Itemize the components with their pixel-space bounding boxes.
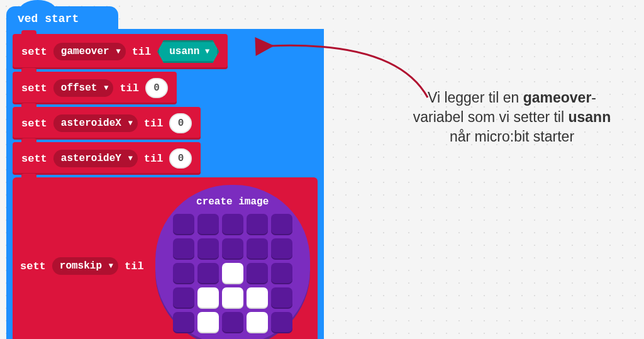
led-cell-3-4[interactable] xyxy=(271,287,292,309)
til-keyword: til xyxy=(132,46,152,58)
led-cell-0-4[interactable] xyxy=(271,214,292,235)
led-cell-4-0[interactable] xyxy=(173,312,194,333)
set-romskip-block[interactable]: sett romskip ▼ til create image xyxy=(13,177,318,339)
led-cell-0-1[interactable] xyxy=(197,214,219,235)
number-input[interactable]: 0 xyxy=(169,113,192,133)
led-cell-2-1[interactable] xyxy=(197,263,219,284)
led-cell-4-1[interactable] xyxy=(197,312,219,333)
led-cell-0-2[interactable] xyxy=(222,214,243,235)
variable-dropdown-gameover[interactable]: gameover ▼ xyxy=(53,43,126,60)
led-cell-3-1[interactable] xyxy=(197,287,219,309)
led-cell-1-3[interactable] xyxy=(247,238,268,260)
chevron-down-icon: ▼ xyxy=(128,119,133,128)
til-keyword: til xyxy=(144,118,164,130)
led-cell-4-2[interactable] xyxy=(222,312,243,333)
led-cell-1-1[interactable] xyxy=(197,238,219,260)
til-keyword: til xyxy=(125,260,144,272)
create-image-block[interactable]: create image xyxy=(155,185,310,339)
led-cell-2-4[interactable] xyxy=(271,263,292,284)
set-gameover-block[interactable]: sett gameover ▼ til usann ▼ xyxy=(13,34,228,69)
variable-dropdown-asteroidey[interactable]: asteroideY ▼ xyxy=(53,150,138,167)
set-keyword: sett xyxy=(21,82,47,94)
set-keyword: sett xyxy=(21,118,47,130)
chevron-down-icon: ▼ xyxy=(205,47,209,56)
led-cell-1-4[interactable] xyxy=(271,238,292,260)
set-asteroidey-block[interactable]: sett asteroideY ▼ til 0 xyxy=(13,142,201,175)
led-cell-4-4[interactable] xyxy=(271,312,292,333)
led-grid[interactable] xyxy=(173,214,292,333)
chevron-down-icon: ▼ xyxy=(128,154,133,163)
set-keyword: sett xyxy=(21,46,47,58)
set-keyword: sett xyxy=(21,153,47,165)
variable-dropdown-romskip[interactable]: romskip ▼ xyxy=(52,257,118,275)
led-cell-1-2[interactable] xyxy=(222,238,243,260)
annotation-text: Vi legger til en gameover-variabel som v… xyxy=(411,88,613,147)
number-input[interactable]: 0 xyxy=(145,78,168,98)
led-cell-2-3[interactable] xyxy=(247,263,268,284)
variable-dropdown-asteroidex[interactable]: asteroideX ▼ xyxy=(53,114,138,132)
block-stack: sett gameover ▼ til usann ▼ sett offset … xyxy=(6,29,324,339)
led-cell-0-3[interactable] xyxy=(247,214,268,235)
create-image-label: create image xyxy=(196,196,269,208)
chevron-down-icon: ▼ xyxy=(116,47,120,56)
led-cell-4-3[interactable] xyxy=(247,312,268,333)
led-cell-3-2[interactable] xyxy=(222,287,243,309)
hat-label: ved start xyxy=(18,13,79,25)
variable-dropdown-offset[interactable]: offset ▼ xyxy=(53,79,114,97)
chevron-down-icon: ▼ xyxy=(109,262,113,270)
hat-block-on-start[interactable]: ved start xyxy=(6,6,118,29)
set-keyword: sett xyxy=(20,260,46,272)
led-cell-2-2[interactable] xyxy=(222,263,243,284)
chevron-down-icon: ▼ xyxy=(104,84,108,92)
set-offset-block[interactable]: sett offset ▼ til 0 xyxy=(13,72,177,104)
boolean-dropdown-usann[interactable]: usann ▼ xyxy=(157,40,219,63)
led-cell-2-0[interactable] xyxy=(173,263,194,284)
led-cell-3-3[interactable] xyxy=(247,287,268,309)
led-cell-0-0[interactable] xyxy=(173,214,194,235)
set-asteroidex-block[interactable]: sett asteroideX ▼ til 0 xyxy=(13,107,201,140)
til-keyword: til xyxy=(144,153,164,165)
led-cell-1-0[interactable] xyxy=(173,238,194,260)
number-input[interactable]: 0 xyxy=(169,148,192,169)
led-cell-3-0[interactable] xyxy=(173,287,194,309)
til-keyword: til xyxy=(119,82,139,94)
